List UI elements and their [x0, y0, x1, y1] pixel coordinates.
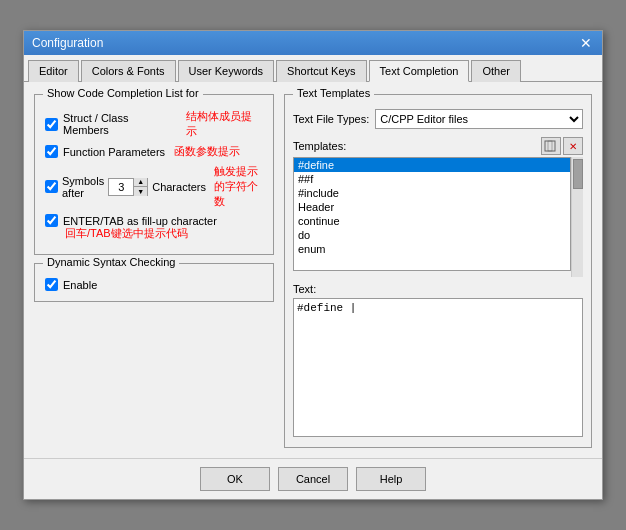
symbols-prefix: Symbols after — [62, 175, 104, 199]
list-item[interactable]: continue — [294, 214, 570, 228]
tab-shortcut-keys[interactable]: Shortcut Keys — [276, 60, 366, 82]
symbols-input[interactable]: 3 — [109, 179, 133, 195]
file-types-row: Text File Types: C/CPP Editor files — [293, 109, 583, 129]
checkbox-enter-tab-row: ENTER/TAB as fill-up character 回车/TAB键选中… — [45, 214, 263, 241]
window-title: Configuration — [32, 36, 103, 50]
list-item[interactable]: enum — [294, 242, 570, 256]
footer: OK Cancel Help — [24, 458, 602, 499]
new-template-button[interactable] — [541, 137, 561, 155]
enter-tab-checkbox[interactable] — [45, 214, 58, 227]
file-types-label: Text File Types: — [293, 113, 369, 125]
list-item[interactable]: #include — [294, 186, 570, 200]
tab-text-completion[interactable]: Text Completion — [369, 60, 470, 82]
file-types-select[interactable]: C/CPP Editor files — [375, 109, 583, 129]
tab-other[interactable]: Other — [471, 60, 521, 82]
function-label: Function Parameters — [63, 146, 165, 158]
templates-label: Templates: — [293, 140, 346, 152]
template-text-area[interactable]: #define | — [293, 298, 583, 437]
symbols-suffix: Characters — [152, 181, 206, 193]
code-completion-group: Show Code Completion List for Struct / C… — [34, 94, 274, 255]
svg-rect-0 — [545, 141, 555, 151]
tab-colors-fonts[interactable]: Colors & Fonts — [81, 60, 176, 82]
ok-button[interactable]: OK — [200, 467, 270, 491]
right-panel: Text Templates Text File Types: C/CPP Ed… — [284, 94, 592, 448]
delete-template-button[interactable]: ✕ — [563, 137, 583, 155]
text-templates-group: Text Templates Text File Types: C/CPP Ed… — [284, 94, 592, 448]
list-item[interactable]: #define — [294, 158, 570, 172]
spinner-down[interactable]: ▼ — [133, 187, 147, 196]
tab-user-keywords[interactable]: User Keywords — [178, 60, 275, 82]
struct-checkbox[interactable] — [45, 118, 58, 131]
title-bar: Configuration ✕ — [24, 31, 602, 55]
list-item[interactable]: ##f — [294, 172, 570, 186]
spinner-up[interactable]: ▲ — [133, 178, 147, 187]
svg-rect-1 — [548, 141, 552, 151]
dynamic-syntax-group: Dynamic Syntax Checking Enable — [34, 263, 274, 302]
scrollbar-thumb — [573, 159, 583, 189]
tab-editor[interactable]: Editor — [28, 60, 79, 82]
left-panel: Show Code Completion List for Struct / C… — [34, 94, 274, 448]
main-content: Show Code Completion List for Struct / C… — [24, 82, 602, 458]
symbols-annotation: 触发提示的字符个数 — [214, 164, 263, 209]
spinner-buttons: ▲ ▼ — [133, 178, 147, 196]
struct-label: Struct / Class Members — [63, 112, 177, 136]
templates-buttons: ✕ — [541, 137, 583, 155]
list-item[interactable]: do — [294, 228, 570, 242]
help-button[interactable]: Help — [356, 467, 426, 491]
tab-bar: Editor Colors & Fonts User Keywords Shor… — [24, 55, 602, 82]
text-label: Text: — [293, 283, 583, 295]
enable-row: Enable — [45, 278, 263, 291]
code-completion-title: Show Code Completion List for — [43, 87, 203, 99]
text-templates-title: Text Templates — [293, 87, 374, 99]
function-annotation: 函数参数提示 — [174, 144, 240, 159]
templates-header: Templates: ✕ — [293, 137, 583, 155]
configuration-window: Configuration ✕ Editor Colors & Fonts Us… — [23, 30, 603, 500]
enable-checkbox[interactable] — [45, 278, 58, 291]
dynamic-syntax-title: Dynamic Syntax Checking — [43, 256, 179, 268]
cancel-button[interactable]: Cancel — [278, 467, 348, 491]
enter-tab-annotation: 回车/TAB键选中提示代码 — [65, 226, 263, 241]
list-item[interactable]: Header — [294, 200, 570, 214]
templates-scrollbar[interactable] — [571, 157, 583, 277]
symbols-checkbox[interactable] — [45, 180, 58, 193]
struct-annotation: 结构体成员提示 — [186, 109, 263, 139]
enable-label: Enable — [63, 279, 97, 291]
enter-tab-label: ENTER/TAB as fill-up character — [63, 215, 217, 227]
symbols-spinner: 3 ▲ ▼ — [108, 178, 148, 196]
symbols-row: Symbols after 3 ▲ ▼ Characters 触发提示的字符个数 — [45, 164, 263, 209]
checkbox-function: Function Parameters 函数参数提示 — [45, 144, 263, 159]
checkbox-struct: Struct / Class Members 结构体成员提示 — [45, 109, 263, 139]
templates-list: #define ##f #include Header continue do … — [293, 157, 571, 271]
close-button[interactable]: ✕ — [578, 35, 594, 51]
function-checkbox[interactable] — [45, 145, 58, 158]
